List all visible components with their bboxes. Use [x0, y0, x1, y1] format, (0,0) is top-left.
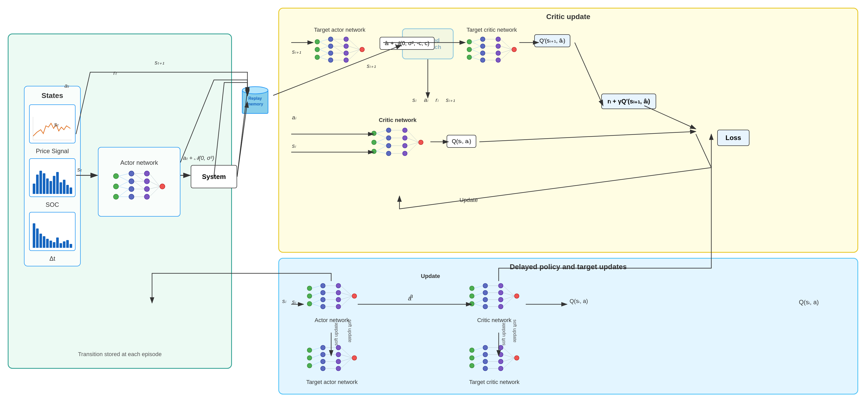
- bar-5: [46, 178, 49, 194]
- svg-point-173: [352, 355, 357, 360]
- svg-line-150: [474, 286, 483, 288]
- svg-point-125: [352, 294, 357, 298]
- delayed-actor-label: Actor network: [315, 317, 349, 324]
- delayed-critic-svg: [467, 282, 521, 315]
- svg-point-70: [496, 44, 500, 49]
- si-label: sᵢ: [292, 143, 296, 149]
- bar-12: [70, 188, 72, 194]
- svg-point-31: [242, 87, 268, 94]
- svg-point-168: [320, 366, 325, 371]
- svg-line-47: [319, 42, 328, 46]
- bellman-label: rᵢ + γQ′(sᵢ₊₁, âᵢ): [608, 98, 650, 105]
- svg-line-76: [472, 46, 480, 50]
- svg-point-92: [386, 136, 391, 140]
- dt-bar-11: [66, 240, 69, 248]
- svg-line-100: [376, 130, 386, 133]
- bar-9: [60, 182, 62, 194]
- target-actor-network-container: Target actor network: [313, 27, 367, 69]
- svg-point-193: [498, 352, 503, 357]
- svg-line-86: [500, 50, 512, 53]
- svg-point-169: [336, 345, 341, 350]
- svg-line-18: [119, 189, 129, 197]
- svg-point-73: [512, 47, 517, 52]
- svg-line-74: [472, 39, 480, 42]
- svg-point-71: [496, 51, 500, 55]
- svg-line-27: [150, 181, 160, 186]
- replay-memory-container: Replay memory: [237, 83, 273, 121]
- svg-line-176: [312, 362, 320, 366]
- svg-line-127: [312, 293, 320, 296]
- svg-line-79: [472, 57, 480, 60]
- svg-line-15: [119, 176, 129, 181]
- svg-point-45: [360, 47, 364, 52]
- bar-3: [39, 171, 42, 194]
- svg-line-29: [150, 186, 160, 197]
- svg-point-187: [470, 363, 474, 368]
- dt-bar-8: [56, 237, 59, 248]
- svg-line-28: [150, 186, 160, 189]
- svg-point-148: [498, 304, 503, 309]
- svg-line-207: [503, 358, 515, 369]
- q-prime-label: Q′(sᵢ₊₁, âᵢ): [539, 37, 565, 44]
- bar-10: [63, 180, 65, 194]
- noise-formula: âᵢ + 𝒩(0, σ², -c, c): [385, 40, 429, 47]
- svg-line-78: [472, 53, 480, 57]
- bar-8: [56, 172, 59, 194]
- svg-point-35: [315, 47, 319, 52]
- svg-point-146: [498, 290, 503, 295]
- svg-point-196: [515, 355, 519, 360]
- svg-point-162: [307, 348, 312, 352]
- svg-line-49: [319, 50, 328, 53]
- actor-network-svg: [111, 168, 167, 204]
- svg-point-99: [418, 140, 423, 145]
- svg-point-9: [144, 171, 150, 176]
- bar-7: [53, 176, 55, 194]
- svg-line-184: [341, 358, 352, 369]
- price-chart-svg: [32, 116, 73, 141]
- svg-line-198: [474, 354, 483, 358]
- svg-point-11: [144, 186, 150, 192]
- critic-svg: [369, 125, 426, 162]
- delayed-si-label: sᵢ: [292, 298, 296, 305]
- actor-network-box: Actor network: [98, 147, 180, 217]
- svg-point-117: [320, 283, 325, 288]
- svg-point-149: [515, 294, 519, 298]
- svg-point-88: [372, 131, 376, 136]
- svg-point-195: [498, 366, 503, 371]
- svg-line-110: [407, 130, 418, 142]
- svg-line-105: [376, 151, 386, 153]
- svg-line-102: [376, 138, 386, 142]
- svg-point-185: [470, 348, 474, 352]
- svg-line-75: [472, 42, 480, 46]
- svg-line-183: [341, 358, 352, 362]
- svg-line-16: [119, 181, 129, 186]
- svg-point-4: [114, 194, 119, 199]
- svg-point-68: [480, 58, 485, 62]
- dt-bar-6: [50, 240, 52, 248]
- svg-point-63: [467, 47, 472, 52]
- q-prime-box: Q′(sᵢ₊₁, âᵢ): [534, 34, 570, 47]
- loss-label: Loss: [725, 134, 741, 142]
- svg-point-39: [328, 51, 333, 55]
- delayed-target-critic-container: Target critic network: [467, 344, 521, 385]
- svg-line-14: [119, 174, 129, 176]
- svg-point-165: [320, 345, 325, 350]
- delayed-actor-svg: [305, 282, 359, 315]
- svg-point-40: [328, 58, 333, 62]
- svg-point-43: [344, 51, 348, 55]
- svg-point-172: [336, 366, 341, 371]
- states-title: States: [41, 91, 63, 100]
- main-container: States Price Signal: [0, 0, 868, 402]
- replay-memory-svg: Replay memory: [240, 84, 271, 120]
- q-si-ai-box: Q(sᵢ, aᵢ): [446, 135, 476, 148]
- delayed-critic-label: Critic network: [477, 317, 511, 324]
- svg-point-67: [480, 51, 485, 55]
- svg-line-26: [150, 174, 160, 186]
- svg-point-10: [144, 179, 150, 184]
- svg-line-46: [319, 39, 328, 42]
- svg-point-41: [344, 37, 348, 41]
- svg-point-115: [307, 294, 312, 298]
- svg-point-2: [114, 174, 119, 179]
- svg-line-137: [341, 296, 352, 307]
- target-critic-top-svg: [465, 35, 519, 69]
